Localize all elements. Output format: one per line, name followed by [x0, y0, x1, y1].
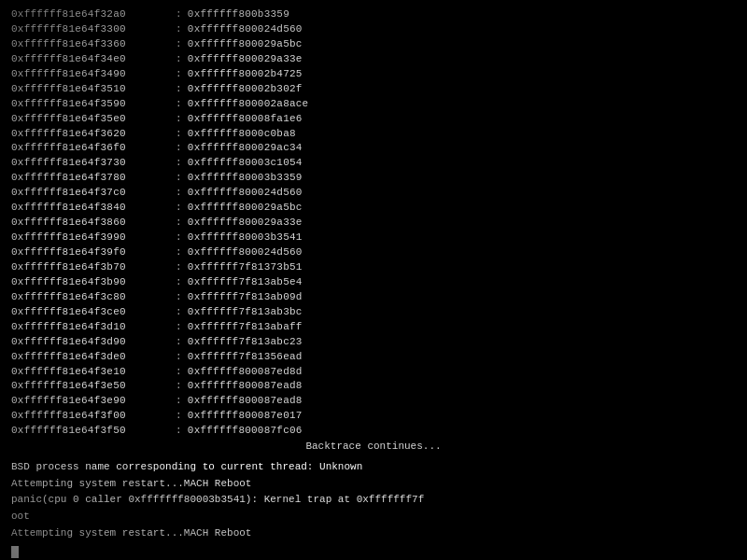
memory-line: 0xffffff81e64f3e90:0xffffff800087ead8 — [11, 394, 736, 409]
memory-line: 0xffffff81e64f3730:0xffffff80003c1054 — [11, 156, 736, 171]
memory-line: 0xffffff81e64f3860:0xffffff800029a33e — [11, 216, 736, 231]
memory-line: 0xffffff81e64f32a0:0xffffff800b3359 — [11, 7, 736, 22]
memory-line: 0xffffff81e64f3780:0xffffff80003b3359 — [11, 171, 736, 186]
memory-line: 0xffffff81e64f3f00:0xffffff800087e017 — [11, 409, 736, 424]
memory-line: 0xffffff81e64f39f0:0xffffff800024d560 — [11, 245, 736, 260]
panic-line-restart2: Attempting system restart...MACH Reboot — [11, 525, 736, 542]
memory-dump: 0xffffff81e64f32a0:0xffffff800b33590xfff… — [11, 7, 736, 439]
cursor-line — [11, 541, 736, 558]
memory-line: 0xffffff81e64f3990:0xffffff80003b3541 — [11, 231, 736, 245]
memory-line: 0xffffff81e64f3de0:0xffffff7f81356ead — [11, 350, 736, 365]
memory-line: 0xffffff81e64f3840:0xffffff800029a5bc — [11, 201, 736, 216]
memory-line: 0xffffff81e64f3e10:0xffffff800087ed8d — [11, 365, 736, 380]
memory-line: 0xffffff81e64f3ce0:0xffffff7f813ab3bc — [11, 305, 736, 320]
memory-line: 0xffffff81e64f3590:0xffffff800002a8ace — [11, 97, 736, 112]
terminal-cursor — [11, 546, 19, 558]
panic-line-restart1: Attempting system restart...MACH Reboot — [11, 476, 736, 493]
memory-line: 0xffffff81e64f3d10:0xffffff7f813abaff — [11, 320, 736, 335]
panic-line-bsd_process: BSD process name corresponding to curren… — [11, 459, 736, 476]
memory-line: 0xffffff81e64f3510:0xffffff80002b302f — [11, 82, 736, 97]
memory-line: 0xffffff81e64f3c80:0xffffff7f813ab09d — [11, 290, 736, 305]
memory-line: 0xffffff81e64f35e0:0xffffff80008fa1e6 — [11, 112, 736, 127]
memory-line: 0xffffff81e64f3d90:0xffffff7f813abc23 — [11, 335, 736, 350]
terminal-screen: 0xffffff81e64f32a0:0xffffff800b33590xfff… — [0, 0, 747, 560]
memory-line: 0xffffff81e64f3360:0xffffff800029a5bc — [11, 37, 736, 52]
panic-line-oot: oot — [11, 509, 736, 525]
memory-line: 0xffffff81e64f3b90:0xffffff7f813ab5e4 — [11, 275, 736, 290]
memory-line: 0xffffff81e64f3300:0xffffff800024d560 — [11, 22, 736, 37]
panic-line-panic_detail: panic(cpu 0 caller 0xfffffff80003b3541):… — [11, 492, 736, 509]
memory-line: 0xffffff81e64f3b70:0xffffff7f81373b51 — [11, 260, 736, 275]
backtrace-message: Backtrace continues... — [11, 441, 736, 452]
memory-line: 0xffffff81e64f34e0:0xffffff800029a33e — [11, 52, 736, 67]
memory-line: 0xffffff81e64f36f0:0xffffff800029ac34 — [11, 141, 736, 156]
memory-line: 0xffffff81e64f37c0:0xffffff800024d560 — [11, 186, 736, 201]
panic-section: BSD process name corresponding to curren… — [11, 459, 736, 558]
memory-line: 0xffffff81e64f3e50:0xffffff800087ead8 — [11, 379, 736, 394]
memory-line: 0xffffff81e64f3f50:0xffffff800087fc06 — [11, 424, 736, 439]
memory-line: 0xffffff81e64f3620:0xffffff8000c0ba8 — [11, 127, 736, 142]
memory-line: 0xffffff81e64f3490:0xffffff80002b4725 — [11, 67, 736, 82]
